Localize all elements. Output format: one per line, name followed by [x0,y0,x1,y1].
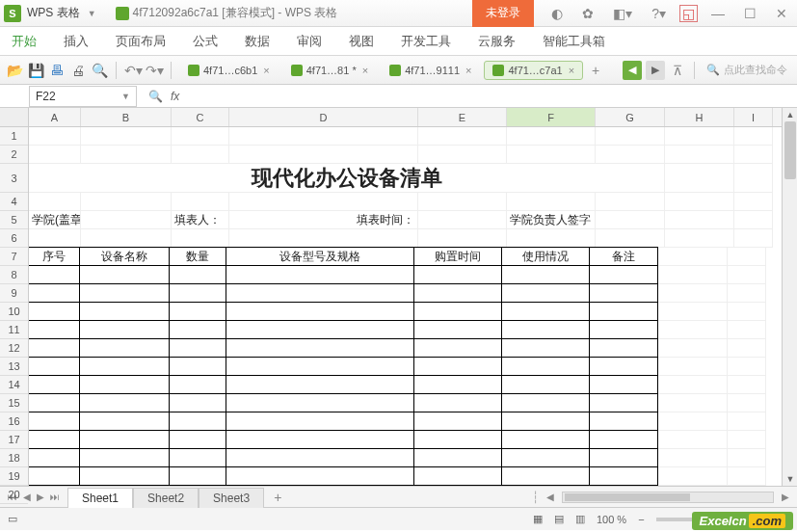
cell[interactable] [507,193,596,211]
cell[interactable] [29,320,80,339]
sheet-tab-1[interactable]: Sheet1 [67,488,133,508]
close-icon[interactable]: × [465,65,471,76]
row-header[interactable]: 3 [0,164,28,193]
col-header[interactable]: F [507,108,596,126]
menu-formula[interactable]: 公式 [193,33,218,50]
cell[interactable] [226,393,414,412]
cell[interactable] [589,466,658,486]
cell[interactable] [413,302,502,321]
cell[interactable] [734,164,773,193]
cell[interactable] [29,229,81,248]
cell[interactable] [501,283,590,303]
cell[interactable] [501,357,590,376]
cell[interactable] [172,193,229,211]
file-tab-3[interactable]: 4f71…9111× [381,61,480,80]
cell[interactable] [418,193,507,211]
name-box[interactable]: F22 ▼ [29,86,137,107]
cell[interactable] [658,412,728,431]
cell[interactable] [501,338,590,358]
col-header[interactable]: C [172,108,229,126]
sheet-nav-next[interactable]: ▶ [35,492,46,502]
vertical-scrollbar[interactable]: ▲ ▼ [782,108,797,486]
row-header[interactable]: 15 [0,394,28,412]
cell[interactable] [734,229,773,248]
cell[interactable] [728,467,766,486]
cell[interactable]: 填表人： [172,211,229,229]
cell[interactable] [172,146,229,164]
cell[interactable] [229,127,418,146]
cell[interactable] [226,283,414,303]
cell[interactable] [79,485,170,486]
help-icon[interactable]: ?▾ [646,6,672,21]
cell[interactable] [501,320,590,339]
cell[interactable] [658,467,728,486]
scroll-thumb[interactable] [784,121,796,179]
cell[interactable] [169,466,226,486]
cell[interactable] [29,338,80,358]
cell[interactable] [596,146,665,164]
cell[interactable] [226,412,414,431]
cell[interactable] [413,338,502,358]
print-icon[interactable]: 🖨 [69,62,87,79]
cell[interactable] [169,338,226,358]
cell[interactable] [169,302,226,321]
cell[interactable] [658,248,728,266]
cell[interactable] [29,302,80,321]
cell[interactable] [728,303,766,321]
col-header[interactable]: G [596,108,665,126]
cell[interactable] [81,229,172,248]
settings-icon[interactable]: ✿ [576,6,599,21]
cell[interactable] [658,376,728,394]
cell[interactable] [501,448,590,467]
row-header[interactable]: 14 [0,376,28,394]
cell[interactable] [413,320,502,339]
cell[interactable]: 学院负责人签字： [507,211,596,229]
cell[interactable] [658,358,728,376]
cell[interactable] [413,265,502,284]
cell[interactable] [501,412,590,431]
sheet-title[interactable]: 现代化办公设备清单 [29,164,665,193]
sheet-tab-2[interactable]: Sheet2 [133,488,199,508]
cell[interactable] [728,321,766,339]
cell[interactable]: 备注 [589,247,658,266]
row-header[interactable]: 11 [0,321,28,339]
cell[interactable] [169,320,226,339]
cell[interactable] [79,466,170,486]
fx-label[interactable]: fx [171,90,179,103]
close-button[interactable]: ✕ [770,6,793,21]
cell[interactable] [29,448,80,467]
cell[interactable] [734,127,773,146]
cell[interactable] [728,449,766,467]
cell[interactable] [658,321,728,339]
cell[interactable] [79,302,170,321]
row-header[interactable]: 9 [0,284,28,303]
cell[interactable] [665,211,734,229]
cell[interactable] [413,412,502,431]
cell[interactable]: 设备型号及规格 [226,247,414,266]
cell[interactable] [658,431,728,449]
cell[interactable] [226,375,414,394]
skin-icon[interactable]: ◧▾ [607,6,638,21]
menu-layout[interactable]: 页面布局 [116,33,166,50]
cell[interactable] [169,448,226,467]
horizontal-scrollbar[interactable] [562,492,774,503]
cell[interactable] [658,394,728,412]
cell[interactable] [169,412,226,431]
row-header[interactable]: 18 [0,449,28,467]
cell[interactable] [413,485,502,486]
cell[interactable]: 学院(盖章)： [29,211,81,229]
cell[interactable] [79,283,170,303]
select-all-corner[interactable] [0,108,28,127]
row-header[interactable]: 10 [0,303,28,321]
cell[interactable] [589,412,658,431]
row-header[interactable]: 17 [0,431,28,449]
cell[interactable] [589,302,658,321]
cell[interactable] [418,146,507,164]
row-header[interactable]: 20 [0,486,28,504]
cell[interactable] [226,338,414,358]
app-menu-dropdown[interactable]: ▼ [88,9,96,18]
file-tab-4[interactable]: 4f71…c7a1× [484,61,583,80]
cell[interactable] [589,320,658,339]
print-direct-icon[interactable]: 🖶 [48,62,66,79]
row-header[interactable]: 13 [0,358,28,376]
